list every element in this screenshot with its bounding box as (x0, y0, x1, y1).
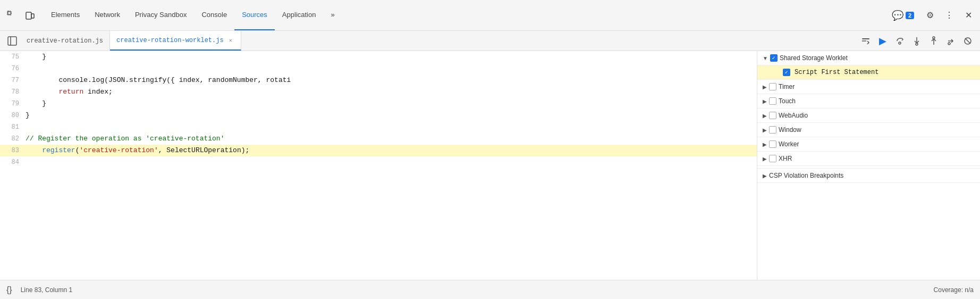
worker-header[interactable]: ▶ Worker (757, 137, 980, 152)
shared-storage-header[interactable]: ▼ Shared Storage Worklet (757, 51, 980, 65)
expand-triangle-icon: ▼ (763, 55, 768, 61)
code-line-79: 79 } (0, 98, 757, 110)
svg-rect-6 (862, 38, 869, 39)
csp-label: CSP Violation Breakpoints (769, 172, 843, 179)
csp-header[interactable]: ▶ CSP Violation Breakpoints (757, 168, 980, 183)
step-into-icon[interactable] (909, 33, 925, 49)
svg-point-12 (948, 43, 950, 45)
settings-icon[interactable]: ⚙ (923, 8, 937, 23)
line-content: register('creative-rotation', SelectURLO… (26, 145, 757, 156)
curly-braces-icon: {} (6, 285, 12, 295)
timer-checkbox[interactable] (769, 83, 776, 90)
tab-application[interactable]: Application (275, 0, 324, 30)
sidebar-toggle-icon[interactable] (4, 33, 20, 49)
line-number: 83 (0, 145, 26, 156)
line-number: 75 (0, 51, 26, 63)
code-line-80: 80 } (0, 110, 757, 121)
file-tab-close-icon[interactable]: ✕ (227, 37, 234, 44)
svg-point-9 (916, 43, 918, 45)
webaudio-label: WebAudio (779, 112, 808, 119)
line-content: return index; (26, 86, 757, 98)
svg-rect-3 (31, 14, 34, 18)
file-tabs: creative-rotation.js creative-rotation-w… (0, 31, 980, 51)
tab-privacy-sandbox[interactable]: Privacy Sandbox (128, 0, 195, 30)
code-line-77: 77 console.log(JSON.stringify({ index, r… (0, 74, 757, 86)
step-out-icon[interactable] (926, 33, 942, 49)
file-tab-label: creative-rotation.js (27, 37, 103, 45)
code-line-75: 75 } (0, 51, 757, 63)
line-content: console.log(JSON.stringify({ index, rand… (26, 74, 757, 86)
resume-icon[interactable]: ▶ (875, 33, 891, 49)
code-line-82: 82 // Register the operation as 'creativ… (0, 133, 757, 145)
step-icon[interactable] (943, 33, 959, 49)
timer-label: Timer (779, 83, 795, 90)
window-checkbox[interactable] (769, 126, 776, 134)
more-options-icon[interactable]: ⋮ (942, 8, 957, 23)
line-content: // Register the operation as 'creative-r… (26, 133, 757, 145)
tab-elements[interactable]: Elements (44, 0, 87, 30)
touch-label: Touch (779, 97, 796, 105)
line-number: 80 (0, 110, 26, 121)
svg-point-7 (899, 42, 901, 44)
inspect-icon[interactable] (4, 8, 19, 23)
xhr-header[interactable]: ▶ XHR (757, 152, 980, 166)
code-editor[interactable]: 75 } 76 77 console.log(JSON.stringify({ … (0, 51, 757, 280)
timer-expand-icon: ▶ (763, 84, 767, 90)
tab-network[interactable]: Network (87, 0, 128, 30)
file-tab-creative-rotation-worklet-js[interactable]: creative-rotation-worklet.js ✕ (110, 31, 241, 51)
window-label: Window (779, 126, 801, 134)
worker-label: Worker (779, 140, 799, 148)
csp-expand-icon: ▶ (763, 173, 767, 179)
svg-point-11 (933, 37, 935, 39)
svg-rect-2 (26, 12, 31, 19)
shared-storage-label: Shared Storage Worklet (780, 54, 848, 62)
script-first-statement-checkbox[interactable] (783, 69, 790, 76)
svg-rect-4 (8, 37, 16, 45)
file-tab-creative-rotation-js[interactable]: creative-rotation.js (20, 31, 110, 51)
xhr-checkbox[interactable] (769, 155, 776, 162)
chat-badge[interactable]: 💬 2 (888, 7, 918, 23)
line-number: 76 (0, 63, 26, 74)
deactivate-breakpoints-icon[interactable] (960, 33, 976, 49)
webaudio-header[interactable]: ▶ WebAudio (757, 109, 980, 123)
script-first-statement-label: Script First Statement (795, 69, 878, 76)
line-content: } (26, 110, 757, 121)
timer-header[interactable]: ▶ Timer (757, 80, 980, 94)
close-devtools-icon[interactable]: ✕ (961, 8, 976, 23)
code-line-76: 76 (0, 63, 757, 74)
line-content: } (26, 98, 757, 110)
window-header[interactable]: ▶ Window (757, 123, 980, 137)
right-panel: ▼ Shared Storage Worklet Script First St… (757, 51, 980, 280)
webaudio-expand-icon: ▶ (763, 113, 767, 119)
format-toggle-icon[interactable] (858, 33, 874, 49)
worker-checkbox[interactable] (769, 140, 776, 148)
worker-expand-icon: ▶ (763, 142, 767, 147)
line-column-info: Line 83, Column 1 (21, 286, 72, 294)
code-line-81: 81 (0, 121, 757, 133)
toolbar-right: ▶ (858, 33, 978, 49)
nav-icons (4, 8, 37, 23)
step-over-icon[interactable] (892, 33, 908, 49)
touch-checkbox[interactable] (769, 97, 776, 105)
tab-console[interactable]: Console (194, 0, 234, 30)
coverage-info: Coverage: n/a (934, 286, 974, 294)
webaudio-checkbox[interactable] (769, 112, 776, 119)
touch-header[interactable]: ▶ Touch (757, 94, 980, 109)
script-first-statement-item: Script First Statement (757, 65, 980, 80)
device-toggle-icon[interactable] (22, 8, 37, 23)
svg-line-14 (965, 38, 970, 44)
line-number: 84 (0, 156, 26, 168)
tab-sources[interactable]: Sources (234, 0, 275, 30)
line-number: 79 (0, 98, 26, 110)
svg-rect-1 (8, 12, 11, 14)
xhr-expand-icon: ▶ (763, 156, 767, 162)
shared-storage-checkbox[interactable] (770, 54, 778, 62)
main-area: 75 } 76 77 console.log(JSON.stringify({ … (0, 51, 980, 280)
file-tab-active-label: creative-rotation-worklet.js (116, 37, 224, 44)
code-line-84: 84 (0, 156, 757, 168)
badge-count: 2 (906, 12, 914, 19)
xhr-label: XHR (779, 155, 792, 162)
top-nav: Elements Network Privacy Sandbox Console… (0, 0, 980, 31)
status-bar: {} Line 83, Column 1 Coverage: n/a (0, 280, 980, 299)
tab-more[interactable]: » (323, 0, 342, 30)
